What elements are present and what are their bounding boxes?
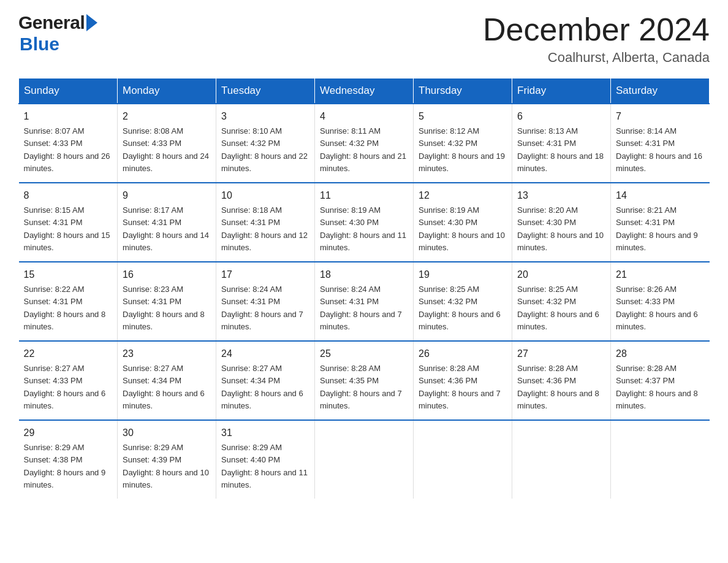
day-info: Sunrise: 8:27 AMSunset: 4:34 PMDaylight:… — [123, 364, 205, 410]
day-info: Sunrise: 8:13 AMSunset: 4:31 PMDaylight:… — [517, 126, 604, 173]
calendar-cell: 11 Sunrise: 8:19 AMSunset: 4:30 PMDaylig… — [315, 183, 414, 262]
day-info: Sunrise: 8:28 AMSunset: 4:37 PMDaylight:… — [616, 364, 698, 410]
calendar-cell: 25 Sunrise: 8:28 AMSunset: 4:35 PMDaylig… — [315, 341, 414, 420]
day-number: 21 — [616, 267, 705, 282]
calendar-week-4: 22 Sunrise: 8:27 AMSunset: 4:33 PMDaylig… — [19, 341, 710, 420]
calendar-cell: 3 Sunrise: 8:10 AMSunset: 4:32 PMDayligh… — [216, 104, 315, 183]
day-header-tuesday: Tuesday — [216, 79, 315, 104]
calendar-cell: 17 Sunrise: 8:24 AMSunset: 4:31 PMDaylig… — [216, 262, 315, 341]
day-info: Sunrise: 8:10 AMSunset: 4:32 PMDaylight:… — [221, 126, 308, 173]
calendar-week-5: 29 Sunrise: 8:29 AMSunset: 4:38 PMDaylig… — [19, 420, 710, 499]
title-block: December 2024 Coalhurst, Alberta, Canada — [483, 12, 710, 66]
calendar-cell: 9 Sunrise: 8:17 AMSunset: 4:31 PMDayligh… — [118, 183, 216, 262]
day-number: 23 — [123, 347, 211, 361]
calendar-cell: 18 Sunrise: 8:24 AMSunset: 4:31 PMDaylig… — [315, 262, 414, 341]
location-text: Coalhurst, Alberta, Canada — [483, 50, 710, 66]
day-number: 16 — [123, 267, 211, 282]
day-info: Sunrise: 8:07 AMSunset: 4:33 PMDaylight:… — [24, 126, 110, 173]
calendar-cell: 30 Sunrise: 8:29 AMSunset: 4:39 PMDaylig… — [118, 420, 216, 499]
calendar-cell: 6 Sunrise: 8:13 AMSunset: 4:31 PMDayligh… — [512, 104, 611, 183]
day-info: Sunrise: 8:22 AMSunset: 4:31 PMDaylight:… — [24, 285, 106, 331]
logo: General Blue — [18, 12, 97, 55]
day-info: Sunrise: 8:17 AMSunset: 4:31 PMDaylight:… — [123, 205, 209, 252]
calendar-cell: 24 Sunrise: 8:27 AMSunset: 4:34 PMDaylig… — [216, 341, 315, 420]
calendar-cell — [611, 420, 710, 499]
day-number: 27 — [517, 347, 605, 361]
calendar-cell: 15 Sunrise: 8:22 AMSunset: 4:31 PMDaylig… — [19, 262, 118, 341]
day-header-friday: Friday — [512, 79, 611, 104]
calendar-cell: 4 Sunrise: 8:11 AMSunset: 4:32 PMDayligh… — [315, 104, 414, 183]
calendar-cell: 28 Sunrise: 8:28 AMSunset: 4:37 PMDaylig… — [611, 341, 710, 420]
day-info: Sunrise: 8:29 AMSunset: 4:39 PMDaylight:… — [123, 443, 209, 489]
day-info: Sunrise: 8:25 AMSunset: 4:32 PMDaylight:… — [419, 285, 501, 331]
logo-general-text: General — [18, 12, 85, 34]
day-info: Sunrise: 8:18 AMSunset: 4:31 PMDaylight:… — [221, 205, 308, 252]
day-info: Sunrise: 8:27 AMSunset: 4:33 PMDaylight:… — [24, 364, 106, 410]
calendar-body: 1 Sunrise: 8:07 AMSunset: 4:33 PMDayligh… — [19, 104, 710, 499]
day-number: 12 — [419, 188, 507, 203]
calendar-cell: 22 Sunrise: 8:27 AMSunset: 4:33 PMDaylig… — [19, 341, 118, 420]
day-info: Sunrise: 8:14 AMSunset: 4:31 PMDaylight:… — [616, 126, 702, 173]
page-header: General Blue December 2024 Coalhurst, Al… — [18, 12, 710, 66]
day-number: 25 — [320, 347, 408, 361]
day-info: Sunrise: 8:29 AMSunset: 4:38 PMDaylight:… — [24, 443, 106, 489]
day-number: 14 — [616, 188, 705, 203]
day-number: 26 — [419, 347, 507, 361]
day-number: 22 — [24, 347, 113, 361]
day-number: 18 — [320, 267, 408, 282]
day-info: Sunrise: 8:29 AMSunset: 4:40 PMDaylight:… — [221, 443, 308, 489]
calendar-week-1: 1 Sunrise: 8:07 AMSunset: 4:33 PMDayligh… — [19, 104, 710, 183]
day-header-saturday: Saturday — [611, 79, 710, 104]
calendar-cell: 14 Sunrise: 8:21 AMSunset: 4:31 PMDaylig… — [611, 183, 710, 262]
day-header-monday: Monday — [118, 79, 216, 104]
day-number: 19 — [419, 267, 507, 282]
calendar-cell: 13 Sunrise: 8:20 AMSunset: 4:30 PMDaylig… — [512, 183, 611, 262]
day-number: 7 — [616, 109, 705, 124]
day-info: Sunrise: 8:12 AMSunset: 4:32 PMDaylight:… — [419, 126, 505, 173]
day-number: 28 — [616, 347, 705, 361]
day-number: 3 — [221, 109, 309, 124]
calendar-cell: 8 Sunrise: 8:15 AMSunset: 4:31 PMDayligh… — [19, 183, 118, 262]
calendar-cell: 29 Sunrise: 8:29 AMSunset: 4:38 PMDaylig… — [19, 420, 118, 499]
day-header-wednesday: Wednesday — [315, 79, 414, 104]
calendar-cell: 1 Sunrise: 8:07 AMSunset: 4:33 PMDayligh… — [19, 104, 118, 183]
calendar-cell: 27 Sunrise: 8:28 AMSunset: 4:36 PMDaylig… — [512, 341, 611, 420]
calendar-cell: 19 Sunrise: 8:25 AMSunset: 4:32 PMDaylig… — [414, 262, 512, 341]
day-number: 17 — [221, 267, 309, 282]
day-info: Sunrise: 8:19 AMSunset: 4:30 PMDaylight:… — [419, 205, 505, 252]
month-title: December 2024 — [483, 12, 710, 47]
day-info: Sunrise: 8:21 AMSunset: 4:31 PMDaylight:… — [616, 205, 698, 252]
calendar-cell — [315, 420, 414, 499]
day-number: 5 — [419, 109, 507, 124]
calendar-cell — [512, 420, 611, 499]
calendar-week-2: 8 Sunrise: 8:15 AMSunset: 4:31 PMDayligh… — [19, 183, 710, 262]
calendar-cell: 10 Sunrise: 8:18 AMSunset: 4:31 PMDaylig… — [216, 183, 315, 262]
day-header-thursday: Thursday — [414, 79, 512, 104]
day-info: Sunrise: 8:26 AMSunset: 4:33 PMDaylight:… — [616, 285, 698, 331]
day-number: 9 — [123, 188, 211, 203]
day-number: 4 — [320, 109, 408, 124]
day-info: Sunrise: 8:08 AMSunset: 4:33 PMDaylight:… — [123, 126, 209, 173]
day-number: 2 — [123, 109, 211, 124]
day-number: 24 — [221, 347, 309, 361]
day-number: 31 — [221, 426, 309, 440]
day-number: 10 — [221, 188, 309, 203]
calendar-cell: 26 Sunrise: 8:28 AMSunset: 4:36 PMDaylig… — [414, 341, 512, 420]
day-number: 11 — [320, 188, 408, 203]
calendar-cell: 21 Sunrise: 8:26 AMSunset: 4:33 PMDaylig… — [611, 262, 710, 341]
day-info: Sunrise: 8:28 AMSunset: 4:36 PMDaylight:… — [517, 364, 599, 410]
calendar-cell: 2 Sunrise: 8:08 AMSunset: 4:33 PMDayligh… — [118, 104, 216, 183]
logo-arrow-icon — [86, 14, 97, 31]
day-info: Sunrise: 8:23 AMSunset: 4:31 PMDaylight:… — [123, 285, 205, 331]
day-info: Sunrise: 8:28 AMSunset: 4:35 PMDaylight:… — [320, 364, 402, 410]
day-number: 20 — [517, 267, 605, 282]
calendar-cell: 12 Sunrise: 8:19 AMSunset: 4:30 PMDaylig… — [414, 183, 512, 262]
calendar-table: SundayMondayTuesdayWednesdayThursdayFrid… — [18, 78, 710, 499]
day-info: Sunrise: 8:28 AMSunset: 4:36 PMDaylight:… — [419, 364, 501, 410]
day-header-sunday: Sunday — [19, 79, 118, 104]
day-info: Sunrise: 8:27 AMSunset: 4:34 PMDaylight:… — [221, 364, 303, 410]
day-number: 6 — [517, 109, 605, 124]
day-number: 15 — [24, 267, 113, 282]
calendar-header-row: SundayMondayTuesdayWednesdayThursdayFrid… — [19, 79, 710, 104]
calendar-cell: 31 Sunrise: 8:29 AMSunset: 4:40 PMDaylig… — [216, 420, 315, 499]
